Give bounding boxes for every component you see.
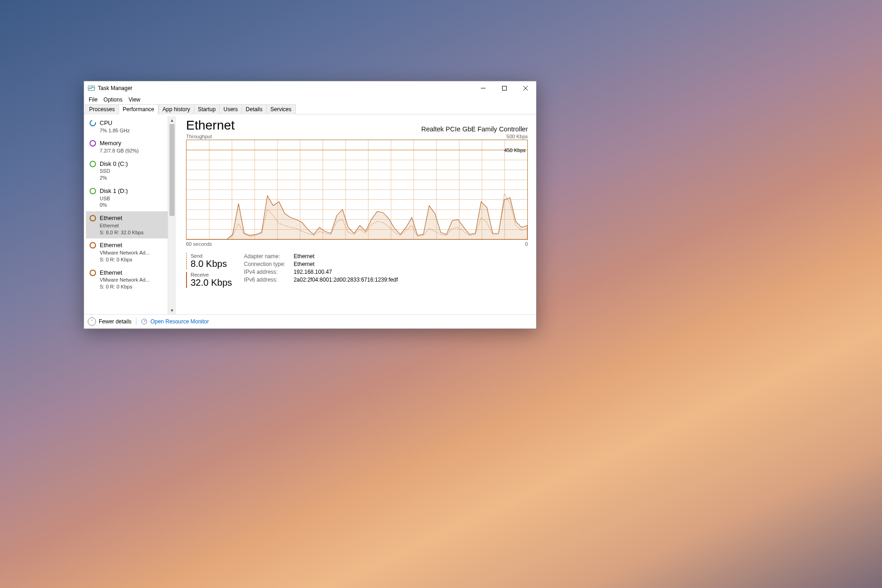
scroll-up-icon[interactable]: ▲ [168, 116, 176, 124]
sidebar-item-disk1[interactable]: Disk 1 (D:)USB0% [86, 184, 168, 211]
sidebar-item-label: Disk 1 (D:) [100, 187, 128, 195]
tab-services[interactable]: Services [266, 104, 296, 114]
cpu-icon [88, 119, 97, 127]
minimize-button[interactable] [473, 81, 494, 95]
ethernet-icon [90, 242, 96, 249]
prop-value: Ethernet [294, 261, 398, 267]
sidebar-item-ethernet-1[interactable]: EthernetVMware Network Ad...S: 0 R: 0 Kb… [86, 238, 168, 266]
chart-label-throughput: Throughput [186, 134, 212, 139]
titlebar[interactable]: Task Manager [84, 81, 536, 95]
tab-performance[interactable]: Performance [119, 104, 158, 114]
sidebar-item-label: Ethernet [100, 269, 150, 277]
page-title: Ethernet [186, 118, 235, 133]
prop-key: Connection type: [244, 261, 285, 267]
prop-key: IPv6 address: [244, 277, 285, 283]
sidebar-item-ethernet-0[interactable]: EthernetEthernetS: 8.0 R: 32.0 Kbps [86, 211, 168, 238]
scroll-thumb[interactable] [170, 124, 175, 216]
open-resource-monitor-link[interactable]: Open Resource Monitor [141, 318, 209, 325]
tab-app-history[interactable]: App history [158, 104, 194, 114]
fewer-details-button[interactable]: ˄ Fewer details [88, 317, 131, 326]
tabbar: Processes Performance App history Startu… [84, 104, 536, 114]
maximize-button[interactable] [494, 81, 515, 95]
prop-key: Adapter name: [244, 253, 285, 260]
send-label: Send [191, 253, 232, 259]
memory-icon [90, 140, 96, 147]
chart-label-ymax: 500 Kbps [507, 134, 528, 139]
menu-file[interactable]: File [86, 96, 100, 103]
prop-value: Ethernet [294, 253, 398, 260]
prop-value: 2a02:2f04:8001:2d00:2833:6716:1239:fedf [294, 277, 398, 283]
task-manager-window: Task Manager File Options View Processes… [84, 81, 537, 329]
close-button[interactable] [515, 81, 536, 95]
window-title: Task Manager [98, 85, 132, 91]
footer: ˄ Fewer details Open Resource Monitor [84, 314, 536, 328]
sidebar: CPU7% 1.85 GHz Memory7.2/7.8 GB (92%) Di… [84, 114, 176, 314]
sidebar-item-disk0[interactable]: Disk 0 (C:)SSD2% [86, 157, 168, 184]
divider [136, 318, 136, 325]
connection-properties: Adapter name:Ethernet Connection type:Et… [244, 253, 398, 288]
send-rate-block: Send 8.0 Kbps [186, 253, 232, 269]
sidebar-scrollbar[interactable]: ▲ ▼ [168, 116, 176, 314]
tab-details[interactable]: Details [242, 104, 267, 114]
disk-icon [90, 188, 96, 194]
scroll-down-icon[interactable]: ▼ [168, 306, 176, 314]
ethernet-icon [90, 215, 96, 221]
receive-value: 32.0 Kbps [191, 277, 232, 288]
throughput-chart[interactable]: 450 Kbps [186, 140, 528, 240]
tab-users[interactable]: Users [219, 104, 242, 114]
sidebar-item-label: Disk 0 (C:) [100, 160, 128, 168]
chart-xlabel-left: 60 seconds [186, 241, 212, 247]
send-value: 8.0 Kbps [191, 259, 232, 269]
sidebar-item-ethernet-2[interactable]: EthernetVMware Network Ad...S: 0 R: 0 Kb… [86, 266, 168, 293]
sidebar-item-cpu[interactable]: CPU7% 1.85 GHz [86, 116, 168, 136]
prop-value: 192.168.100.47 [294, 269, 398, 275]
sidebar-item-label: CPU [100, 119, 130, 127]
disk-icon [90, 161, 96, 167]
chart-xlabel-right: 0 [525, 241, 528, 247]
sidebar-item-label: Memory [100, 139, 139, 147]
sidebar-item-memory[interactable]: Memory7.2/7.8 GB (92%) [86, 136, 168, 157]
sidebar-item-label: Ethernet [100, 214, 143, 222]
menu-view[interactable]: View [126, 96, 143, 103]
main-panel: Ethernet Realtek PCIe GbE Family Control… [176, 114, 536, 314]
resource-monitor-icon [141, 318, 147, 325]
tab-processes[interactable]: Processes [85, 104, 119, 114]
chevron-up-icon: ˄ [88, 317, 96, 326]
prop-key: IPv4 address: [244, 269, 285, 275]
ethernet-icon [90, 270, 96, 276]
app-icon [88, 85, 95, 92]
sidebar-item-label: Ethernet [100, 241, 150, 249]
chart-marker-label: 450 Kbps [504, 147, 526, 153]
menu-options[interactable]: Options [101, 96, 125, 103]
adapter-name: Realtek PCIe GbE Family Controller [421, 125, 528, 133]
tab-startup[interactable]: Startup [194, 104, 220, 114]
receive-label: Receive [191, 272, 232, 277]
receive-rate-block: Receive 32.0 Kbps [186, 272, 232, 288]
menubar: File Options View [84, 95, 536, 104]
svg-rect-2 [503, 86, 507, 90]
